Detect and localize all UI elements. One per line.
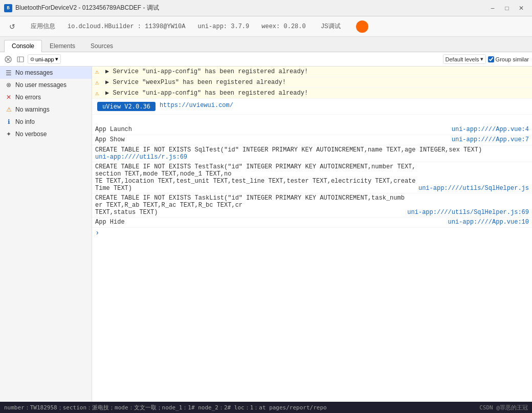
prompt-row[interactable]: › xyxy=(92,228,532,238)
warn-icon-3: ⚠ xyxy=(95,90,103,97)
console-main: ☰ No messages ⊗ No user messages ✕ No er… xyxy=(0,67,532,402)
console-toolbar: ⊙ uni-app ▾ Default levels ▾ Group simil… xyxy=(0,52,532,67)
status-bar: number：TW182958；section：派电技；mode：文文一取；no… xyxy=(0,402,532,413)
uview-link[interactable]: https://uviewui.com/ xyxy=(160,102,233,109)
spacer-row xyxy=(92,115,532,125)
title-bar: B BluetoothForDeviceV2 - 0123456789ABCDE… xyxy=(0,0,532,16)
prompt-arrow-icon: › xyxy=(95,229,99,237)
maximize-button[interactable]: □ xyxy=(500,3,514,13)
sql-link-2[interactable]: uni-app:////utils/SqlHelper.js xyxy=(418,185,529,192)
warning-icon: ⚠ xyxy=(5,106,12,113)
warning-row-3: ⚠ ▶ Service "uni-app-config" has been re… xyxy=(92,88,532,99)
warn-icon-2: ⚠ xyxy=(95,79,103,86)
sidebar-item-no-messages[interactable]: ☰ No messages xyxy=(0,67,92,79)
sql-row-3: CREATE TABLE IF NOT EXISTS TaskList("id"… xyxy=(92,193,532,218)
sidebar: ☰ No messages ⊗ No user messages ✕ No er… xyxy=(0,67,92,402)
filter-app-label: uni-app xyxy=(35,56,54,62)
sidebar-icon xyxy=(17,56,24,63)
sidebar-label-no-user-messages: No user messages xyxy=(15,81,66,89)
filter-app-selector[interactable]: ⊙ uni-app ▾ xyxy=(28,54,61,64)
tab-sources[interactable]: Sources xyxy=(83,40,121,52)
warning-text-1: ▶ Service "uni-app-config" has been regi… xyxy=(105,68,529,75)
messages-icon: ☰ xyxy=(5,69,12,76)
info-icon: ℹ xyxy=(5,118,12,125)
refresh-button[interactable]: ↺ xyxy=(6,20,18,33)
sql-text-1: CREATE TABLE IF NOT EXISTS SqlTest("id" … xyxy=(95,146,529,154)
tab-elements[interactable]: Elements xyxy=(42,40,83,52)
app-show-link[interactable]: uni-app:////App.vue:7 xyxy=(452,136,529,143)
warning-text-3: ▶ Service "uni-app-config" has been regi… xyxy=(105,89,529,97)
tab-bar: Console Elements Sources xyxy=(0,37,532,52)
group-similar-text: Group similar xyxy=(496,56,529,62)
warning-row-1: ⚠ ▶ Service "uni-app-config" has been re… xyxy=(92,67,532,77)
sidebar-label-no-errors: No errors xyxy=(15,94,41,101)
devtools-bar: ↺ 应用信息 io.dcloud.HBuilder : 11398@YW10A … xyxy=(0,16,532,37)
group-similar-label[interactable]: Group similar xyxy=(488,56,529,62)
sql-link-1[interactable]: uni-app:////utils/r.js:69 xyxy=(95,154,187,161)
sidebar-item-no-verbose[interactable]: ✦ No verbose xyxy=(0,128,92,140)
clear-console-button[interactable] xyxy=(3,54,13,64)
filter-dropdown-icon: ▾ xyxy=(55,56,58,62)
console-output: ⚠ ▶ Service "uni-app-config" has been re… xyxy=(92,67,532,402)
toggle-sidebar-button[interactable] xyxy=(15,54,26,64)
svg-rect-3 xyxy=(17,57,24,62)
clear-icon xyxy=(5,56,12,63)
error-icon: ✕ xyxy=(5,94,12,101)
app-hide-label: App Hide xyxy=(95,219,448,226)
app-launch-label: App Launch xyxy=(95,126,452,133)
sql-text-2: CREATE TABLE IF NOT EXISTS TestTask("id"… xyxy=(95,163,418,192)
warn-icon-1: ⚠ xyxy=(95,68,103,76)
app-icon: B xyxy=(4,4,12,12)
uview-badge-row: uView V2.0.36 https://uviewui.com/ xyxy=(92,99,532,115)
verbose-icon: ✦ xyxy=(5,131,12,138)
sql-link-3[interactable]: uni-app:////utils/SqlHelper.js:69 xyxy=(407,209,529,216)
tab-console[interactable]: Console xyxy=(4,40,42,52)
warning-row-2: ⚠ ▶ Service "weexPlus" has been register… xyxy=(92,77,532,88)
title-bar-text: BluetoothForDeviceV2 - 0123456789ABCDEF … xyxy=(15,4,486,12)
app-show-label: App Show xyxy=(95,136,452,143)
user-avatar xyxy=(356,20,368,33)
filter-app-icon: ⊙ xyxy=(30,56,34,62)
sidebar-item-no-info[interactable]: ℹ No info xyxy=(0,116,92,128)
app-launch-link[interactable]: uni-app:////App.vue:4 xyxy=(452,126,529,133)
window-controls: – □ ✕ xyxy=(486,3,528,13)
close-button[interactable]: ✕ xyxy=(515,3,528,13)
level-label: Default levels xyxy=(446,56,479,62)
level-selector[interactable]: Default levels ▾ xyxy=(443,54,486,64)
sql-row-1: CREATE TABLE IF NOT EXISTS SqlTest("id" … xyxy=(92,145,532,162)
uni-app-version: uni-app: 3.7.9 xyxy=(197,23,249,30)
weex-version: weex: 0.28.0 xyxy=(261,23,305,30)
app-launch-row: App Launch uni-app:////App.vue:4 xyxy=(92,125,532,135)
sidebar-item-no-errors[interactable]: ✕ No errors xyxy=(0,91,92,103)
minimize-button[interactable]: – xyxy=(486,3,499,13)
app-id-label: io.dcloud.HBuilder : 11398@YW10A xyxy=(68,23,185,30)
app-hide-link[interactable]: uni-app:////App.vue:10 xyxy=(448,219,529,226)
sidebar-item-no-user-messages[interactable]: ⊗ No user messages xyxy=(0,79,92,91)
app-info-label: 应用信息 xyxy=(31,22,55,31)
app-hide-row: App Hide uni-app:////App.vue:10 xyxy=(92,218,532,228)
sidebar-label-no-messages: No messages xyxy=(15,69,53,76)
js-debug-button[interactable]: JS调试 xyxy=(318,21,344,32)
app-show-row: App Show uni-app:////App.vue:7 xyxy=(92,135,532,145)
sidebar-label-no-info: No info xyxy=(15,118,35,125)
user-icon: ⊗ xyxy=(5,81,12,89)
sidebar-item-no-warnings[interactable]: ⚠ No warnings xyxy=(0,103,92,116)
search-input[interactable] xyxy=(63,54,441,64)
group-similar-checkbox[interactable] xyxy=(488,56,494,62)
warning-text-2: ▶ Service "weexPlus" has been registered… xyxy=(105,78,529,86)
level-dropdown-icon: ▾ xyxy=(480,56,483,62)
status-text: number：TW182958；section：派电技；mode：文文一取；no… xyxy=(4,404,327,411)
sidebar-label-no-verbose: No verbose xyxy=(15,131,47,138)
sql-text-3: CREATE TABLE IF NOT EXISTS TaskList("id"… xyxy=(95,194,407,216)
sidebar-label-no-warnings: No warnings xyxy=(15,106,50,113)
sql-row-2: CREATE TABLE IF NOT EXISTS TestTask("id"… xyxy=(92,162,532,193)
status-right-text: CSDN @罪恶的王冠 xyxy=(479,404,528,411)
uview-badge: uView V2.0.36 xyxy=(97,102,156,111)
